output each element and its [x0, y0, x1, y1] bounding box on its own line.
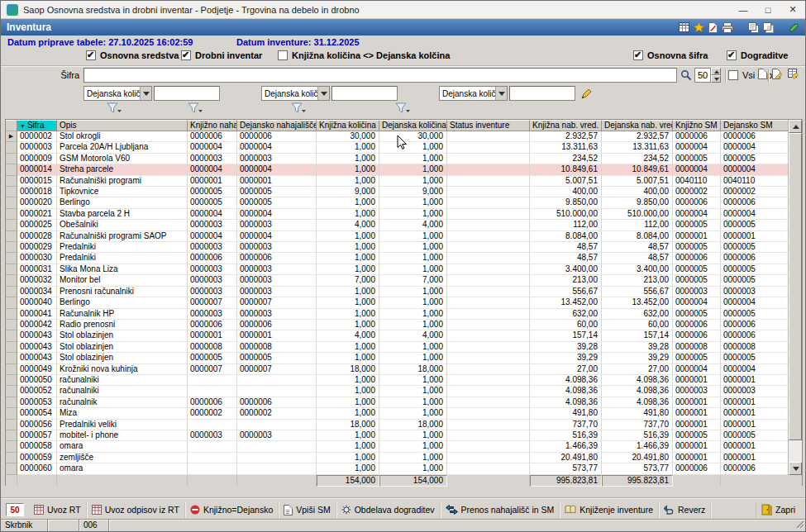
- table-row[interactable]: ▶0000002Stol okrogli0000006000000630,000…: [6, 131, 789, 142]
- filter-funnel-icon-1[interactable]: [107, 102, 122, 114]
- column-header-7[interactable]: Status inventure: [447, 120, 530, 131]
- table-row[interactable]: 0000043Stol oblazinjen000000500000051,00…: [6, 353, 789, 363]
- table-row[interactable]: 0000042Radio prenosni000000600000061,000…: [6, 320, 789, 330]
- spinner-down-icon[interactable]: [711, 75, 721, 83]
- filter-funnel-icon-2[interactable]: [188, 102, 203, 114]
- table-row[interactable]: 0000020Berlingo000000500000051,0001,0009…: [6, 197, 789, 208]
- search-icon[interactable]: [680, 69, 692, 81]
- checkbox-drobni-inventar[interactable]: Drobni inventar: [181, 50, 262, 60]
- footer-button-uvoz-rt[interactable]: Uvoz RT: [29, 502, 87, 518]
- clear-filter-pencil-icon[interactable]: [581, 88, 593, 99]
- cell: 0000004: [237, 231, 317, 242]
- column-header-6[interactable]: Dejanska količina: [379, 120, 447, 131]
- maximize-button[interactable]: □: [756, 1, 780, 18]
- column-header-8[interactable]: Knjižna nab. vred.: [530, 120, 602, 131]
- export-grid-icon[interactable]: [679, 22, 689, 32]
- chevron-down-icon[interactable]: [140, 87, 151, 100]
- sifra-search-input[interactable]: [83, 68, 677, 83]
- chevron-down-icon[interactable]: [317, 87, 329, 100]
- edit-grid-icon[interactable]: [788, 69, 799, 79]
- table-row[interactable]: 0000034Prenosni računalniki0000003000000…: [6, 287, 789, 297]
- cell: 0000004: [673, 209, 721, 220]
- spinner-up-icon[interactable]: [711, 68, 721, 75]
- filter-value-input-3[interactable]: [509, 86, 575, 101]
- table-row[interactable]: 0000009GSM Motorola V60000000300000031,0…: [6, 154, 789, 164]
- footer-button-obdelava-dograditev[interactable]: Obdelava dograditev: [336, 502, 441, 518]
- table-row[interactable]: 0000060omara1,0001,000573,77573,77000000…: [6, 463, 789, 474]
- table-row[interactable]: 0000049Krožniki nova kuhinja000000700000…: [6, 364, 789, 375]
- vertical-scrollbar[interactable]: [788, 120, 802, 475]
- table-row[interactable]: 0000052računalniki1,0001,0004.098,364.09…: [6, 386, 789, 397]
- resize-grip[interactable]: [794, 519, 804, 530]
- column-header-9[interactable]: Dejanska nab. vred.: [602, 120, 673, 131]
- column-header-11[interactable]: Dejansko SM: [721, 120, 789, 131]
- footer-button-knji-enje-inventure[interactable]: Knjiženje inventure: [560, 502, 659, 518]
- table-row[interactable]: 0000054Miza000000200000021,0001,000491,8…: [6, 408, 789, 419]
- checkbox-knjizna-dejanska[interactable]: Knjižna količina <> Dejanska kolčina: [278, 50, 450, 60]
- table-row[interactable]: 0000014Streha parcele000000400000041,000…: [6, 164, 789, 175]
- footer-button-reverz[interactable]: Reverz: [659, 502, 711, 518]
- filter-field-select-2[interactable]: Dejanska količina: [261, 86, 330, 101]
- table-row[interactable]: 0000018Tipkovnice000000500000059,0009,00…: [6, 187, 789, 197]
- cell: 0000001: [673, 420, 721, 430]
- minimize-button[interactable]: —: [731, 1, 756, 18]
- filter-field-select-1[interactable]: Dejanska količina: [83, 86, 152, 101]
- close-button[interactable]: ✕: [780, 1, 805, 18]
- table-row[interactable]: 0000003Parcela 20A/H Ljubljana0000004000…: [6, 142, 789, 153]
- favorites-star-icon[interactable]: [694, 22, 704, 33]
- table-row[interactable]: 0000050računalniki1,0001,0004.098,364.09…: [6, 375, 789, 386]
- chevron-down-icon[interactable]: [495, 87, 507, 100]
- filter-value-input-1[interactable]: [154, 86, 220, 101]
- footer-button-vpi-i-sm[interactable]: Vpiši SM: [279, 502, 336, 518]
- table-row[interactable]: 0000053računalnik000000600000061,0001,00…: [6, 397, 789, 408]
- column-header-4[interactable]: Dejansko nahajališče: [237, 120, 317, 131]
- row-marker: [6, 187, 17, 197]
- table-row[interactable]: 0000032Monitor bel000000300000037,0007,0…: [6, 275, 789, 286]
- checkbox-osnovna-sifra[interactable]: Osnovna šifra: [633, 50, 708, 60]
- table-row[interactable]: 0000015Računalniški programi000000100000…: [6, 176, 789, 187]
- filter-funnel-icon-4[interactable]: [395, 102, 411, 114]
- saop-leaf-icon[interactable]: [789, 22, 799, 33]
- cell: 1,000: [317, 142, 379, 153]
- table-row[interactable]: 0000057mobitel- i phone000000300000031,0…: [6, 430, 789, 441]
- filter-field-select-3[interactable]: Dejanska količina: [439, 86, 508, 101]
- scroll-up-icon[interactable]: [789, 120, 802, 133]
- table-row[interactable]: 0000025Obešalniki000000300000034,0004,00…: [6, 220, 789, 230]
- table-row[interactable]: 0000030Predalniki000000600000061,0001,00…: [6, 253, 789, 264]
- filter-funnel-icon-3[interactable]: [291, 102, 307, 114]
- table-row[interactable]: 0000029Predalniki000000300000031,0001,00…: [6, 242, 789, 253]
- scrollbar-thumb[interactable]: [789, 133, 802, 440]
- table-row[interactable]: 0000031Slika Mona Liza000000300000031,00…: [6, 264, 789, 275]
- document-cancel-icon[interactable]: [708, 22, 718, 33]
- scroll-down-icon[interactable]: [789, 462, 802, 475]
- table-row[interactable]: 0000021Stavba parcela 2 H000000400000041…: [6, 209, 789, 220]
- table-row[interactable]: 0000041Računalnik HP000000300000031,0001…: [6, 309, 789, 320]
- edit-document-icon[interactable]: [772, 69, 783, 79]
- checkbox-dograditve[interactable]: Dograditve: [727, 50, 788, 60]
- filter-value-input-2[interactable]: [331, 86, 398, 101]
- column-header-3[interactable]: Knjižno nahajališče: [188, 120, 237, 131]
- record-limit-spinner[interactable]: 50: [694, 68, 721, 83]
- checkbox-osnovna-sredstva[interactable]: Osnovna sredstva: [86, 50, 179, 60]
- table-row[interactable]: 0000043Stol oblazinjen000000800000081,00…: [6, 342, 789, 353]
- column-header-10[interactable]: Knjižno SM: [673, 120, 721, 131]
- close-page-button[interactable]: Zapri: [756, 501, 800, 518]
- new-document-icon[interactable]: [758, 69, 767, 79]
- table-row[interactable]: 0000043Stol oblazinjen000000100000014,00…: [6, 330, 789, 341]
- column-header-1[interactable]: ▼Šifra: [17, 120, 57, 131]
- table-row[interactable]: 0000040Berlingo000000700000071,0001,0001…: [6, 297, 789, 308]
- print-icon[interactable]: [722, 22, 733, 33]
- table-row[interactable]: 0000056Predalniki veliki18,00018,000737,…: [6, 420, 789, 430]
- table-row[interactable]: 0000058omara1,0001,0001.466,391.466,3900…: [6, 441, 789, 452]
- table-row[interactable]: 0000059zemljišče1,0001,00020.491,8020.49…: [6, 453, 789, 463]
- cell: 1,000: [379, 430, 447, 441]
- table-row[interactable]: 0000028Računalniški programi SAOP0000004…: [6, 231, 789, 242]
- footer-button-uvoz-odpisov-iz-rt[interactable]: Uvoz odpisov iz RT: [87, 502, 185, 518]
- footer-button-prenos-nahajali-in-sm[interactable]: Prenos nahajališč in SM: [441, 502, 560, 518]
- paste-icon[interactable]: [763, 22, 774, 33]
- copy-icon[interactable]: [748, 22, 759, 33]
- footer-button-knji-no-dejansko[interactable]: Knjižno=Dejansko: [185, 502, 279, 518]
- record-limit-value[interactable]: 50: [694, 68, 711, 83]
- column-header-5[interactable]: Knjižna količina: [317, 120, 379, 131]
- column-header-2[interactable]: Opis: [57, 120, 188, 131]
